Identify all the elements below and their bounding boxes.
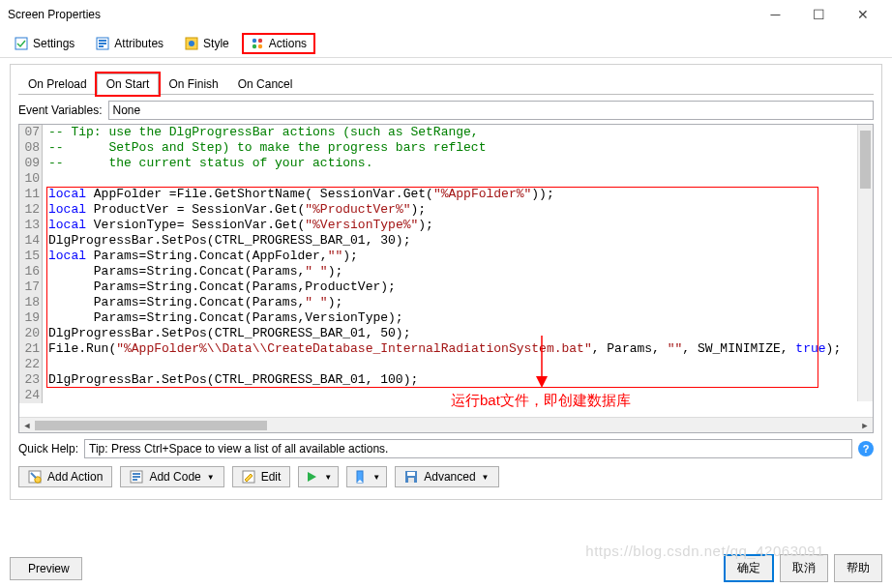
code-line[interactable]: 17 Params=String.Concat(Params,ProductVe…	[19, 279, 873, 295]
code-source[interactable]: local AppFolder =File.GetShortName( Sess…	[43, 187, 554, 202]
subtab-on-cancel[interactable]: On Cancel	[228, 74, 303, 95]
run-button[interactable]: ▼	[298, 466, 339, 487]
code-line[interactable]: 10	[19, 171, 873, 187]
line-number: 08	[19, 140, 43, 156]
bookmark-button[interactable]: ▼	[346, 466, 387, 487]
minimize-button[interactable]: ─	[754, 1, 797, 28]
tab-style[interactable]: Style	[176, 33, 238, 54]
main-toolbar: Settings Attributes Style Actions	[0, 29, 892, 58]
code-source[interactable]: Params=String.Concat(Params,ProductVer);	[43, 279, 396, 295]
scroll-right-button[interactable]: ►	[857, 418, 873, 433]
line-number: 23	[19, 372, 43, 388]
code-editor[interactable]: 07-- Tip: use the DlgProgressBar actions…	[18, 124, 874, 433]
code-line[interactable]: 15local Params=String.Concat(AppFolder,"…	[19, 249, 873, 264]
code-line[interactable]: 13local VersionType= SessionVar.Get("%Ve…	[19, 218, 873, 233]
actions-panel: On Preload On Start On Finish On Cancel …	[10, 64, 882, 500]
ok-label: 确定	[737, 560, 760, 576]
code-source[interactable]: Params=String.Concat(Params," ");	[43, 295, 342, 310]
line-number: 20	[19, 326, 43, 341]
scroll-left-button[interactable]: ◄	[19, 418, 35, 433]
line-number: 19	[19, 310, 43, 326]
code-line[interactable]: 09-- the current status of your actions.	[19, 156, 873, 171]
svg-point-8	[258, 38, 262, 42]
horizontal-scrollbar[interactable]: ◄ ►	[19, 417, 873, 432]
code-source[interactable]: DlgProgressBar.SetPos(CTRL_PROGRESS_BAR_…	[43, 372, 418, 388]
code-line[interactable]: 12local ProductVer = SessionVar.Get("%Pr…	[19, 202, 873, 218]
code-line[interactable]: 19 Params=String.Concat(Params,VersionTy…	[19, 310, 873, 326]
style-icon	[185, 37, 198, 50]
event-variables-field[interactable]	[108, 101, 875, 120]
svg-rect-4	[99, 45, 104, 47]
line-number: 13	[19, 218, 43, 233]
code-source[interactable]: -- SetPos and Step) to make the progress…	[43, 140, 486, 156]
tab-style-label: Style	[203, 37, 229, 50]
tab-settings[interactable]: Settings	[6, 33, 83, 54]
add-code-label: Add Code	[149, 470, 200, 484]
dropdown-icon: ▼	[324, 473, 332, 482]
settings-icon	[15, 37, 28, 50]
svg-marker-20	[308, 472, 316, 482]
code-source[interactable]: local ProductVer = SessionVar.Get("%Prod…	[43, 202, 426, 218]
edit-label: Edit	[261, 470, 282, 484]
svg-rect-0	[15, 38, 27, 49]
subtab-on-start[interactable]: On Start	[97, 74, 160, 95]
code-line[interactable]: 20DlgProgressBar.SetPos(CTRL_PROGRESS_BA…	[19, 326, 873, 341]
code-source[interactable]: DlgProgressBar.SetPos(CTRL_PROGRESS_BAR_…	[43, 326, 410, 341]
code-source[interactable]: DlgProgressBar.SetPos(CTRL_PROGRESS_BAR_…	[43, 233, 410, 249]
close-button[interactable]: ✕	[841, 1, 884, 28]
help-label: 帮助	[847, 560, 870, 576]
edit-button[interactable]: Edit	[232, 466, 291, 487]
line-number: 16	[19, 264, 43, 279]
code-line[interactable]: 14DlgProgressBar.SetPos(CTRL_PROGRESS_BA…	[19, 233, 873, 249]
dropdown-icon: ▼	[372, 473, 380, 482]
subtab-on-preload[interactable]: On Preload	[18, 74, 97, 95]
svg-rect-18	[133, 479, 137, 481]
titlebar: Screen Properties ─ ☐ ✕	[0, 0, 892, 29]
svg-point-9	[253, 44, 256, 47]
code-source[interactable]	[43, 388, 48, 403]
line-number: 21	[19, 341, 43, 357]
tab-attributes[interactable]: Attributes	[87, 33, 172, 54]
add-code-button[interactable]: Add Code ▼	[120, 466, 223, 487]
editor-button-row: Add Action Add Code ▼ Edit ▼ ▼ Advanced …	[18, 466, 874, 487]
svg-point-6	[189, 41, 194, 46]
attributes-icon	[96, 37, 109, 50]
svg-rect-16	[133, 473, 140, 475]
code-line[interactable]: 16 Params=String.Concat(Params," ");	[19, 264, 873, 279]
code-source[interactable]: File.Run("%AppFolder%\\Data\\CreateDatab…	[43, 341, 841, 357]
help-icon[interactable]: ?	[858, 441, 874, 456]
advanced-button[interactable]: Advanced ▼	[395, 466, 498, 487]
code-source[interactable]: -- Tip: use the DlgProgressBar actions (…	[43, 125, 479, 140]
code-line[interactable]: 18 Params=String.Concat(Params," ");	[19, 295, 873, 310]
svg-rect-3	[99, 43, 106, 44]
cancel-label: 取消	[792, 560, 816, 576]
tab-actions[interactable]: Actions	[242, 33, 315, 54]
code-line[interactable]: 24	[19, 388, 873, 403]
code-line[interactable]: 21File.Run("%AppFolder%\\Data\\CreateDat…	[19, 341, 873, 357]
code-source[interactable]: local VersionType= SessionVar.Get("%Vers…	[43, 218, 433, 233]
cancel-button[interactable]: 取消	[780, 554, 828, 582]
preview-button[interactable]: Preview	[10, 557, 82, 580]
advanced-label: Advanced	[424, 470, 475, 484]
code-source[interactable]	[43, 357, 48, 372]
svg-rect-25	[408, 478, 414, 483]
code-source[interactable]: Params=String.Concat(Params," ");	[43, 264, 342, 279]
subtab-on-finish[interactable]: On Finish	[159, 74, 227, 95]
code-line[interactable]: 23DlgProgressBar.SetPos(CTRL_PROGRESS_BA…	[19, 372, 873, 388]
help-button[interactable]: 帮助	[834, 554, 882, 582]
code-source[interactable]: local Params=String.Concat(AppFolder,"")…	[43, 249, 358, 264]
line-number: 17	[19, 279, 43, 295]
code-source[interactable]	[43, 171, 48, 187]
add-action-button[interactable]: Add Action	[18, 466, 112, 487]
code-line[interactable]: 22	[19, 357, 873, 372]
ok-button[interactable]: 确定	[724, 554, 774, 582]
maximize-button[interactable]: ☐	[797, 1, 841, 28]
code-line[interactable]: 11local AppFolder =File.GetShortName( Se…	[19, 187, 873, 202]
add-action-label: Add Action	[47, 470, 103, 484]
code-line[interactable]: 07-- Tip: use the DlgProgressBar actions…	[19, 125, 873, 140]
dropdown-icon: ▼	[482, 473, 490, 482]
vertical-scrollbar[interactable]	[857, 125, 873, 401]
code-line[interactable]: 08-- SetPos and Step) to make the progre…	[19, 140, 873, 156]
code-source[interactable]: Params=String.Concat(Params,VersionType)…	[43, 310, 403, 326]
code-source[interactable]: -- the current status of your actions.	[43, 156, 372, 171]
